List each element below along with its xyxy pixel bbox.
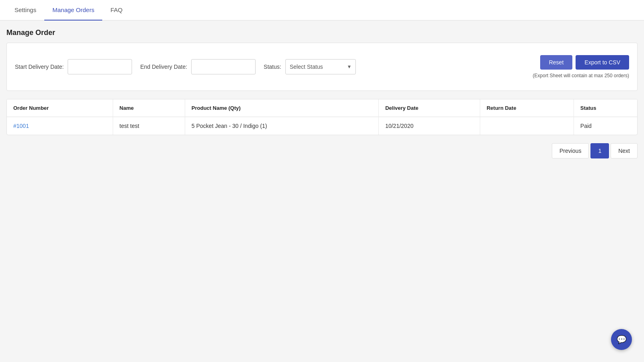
- tab-bar: Settings Manage Orders FAQ: [0, 0, 644, 21]
- start-date-group: Start Delivery Date:: [15, 59, 132, 74]
- page-title: Manage Order: [6, 29, 638, 37]
- cell-status: Paid: [574, 117, 637, 135]
- status-group: Status: Select Status Paid Pending Cance…: [264, 59, 356, 74]
- filter-actions: Reset Export to CSV (Export Sheet will c…: [533, 55, 629, 78]
- order-number-link[interactable]: #1001: [13, 123, 29, 129]
- tab-manage-orders[interactable]: Manage Orders: [44, 0, 102, 21]
- tab-faq[interactable]: FAQ: [102, 0, 130, 21]
- tab-settings[interactable]: Settings: [6, 0, 44, 21]
- end-date-input[interactable]: [191, 59, 256, 74]
- page-1-button[interactable]: 1: [590, 143, 609, 158]
- reset-button[interactable]: Reset: [540, 55, 573, 70]
- chat-button[interactable]: 💬: [611, 329, 632, 350]
- status-select-wrapper: Select Status Paid Pending Cancelled ▼: [285, 59, 356, 74]
- status-select[interactable]: Select Status Paid Pending Cancelled: [285, 59, 356, 74]
- previous-button[interactable]: Previous: [552, 143, 589, 158]
- export-csv-button[interactable]: Export to CSV: [576, 55, 629, 70]
- cell-return-date: [480, 117, 574, 135]
- orders-table-container: Order Number Name Product Name (Qty) Del…: [6, 99, 638, 135]
- col-delivery-date: Delivery Date: [379, 99, 480, 117]
- cell-order-number: #1001: [7, 117, 113, 135]
- table-body: #1001test test5 Pocket Jean - 30 / Indig…: [7, 117, 637, 135]
- next-button[interactable]: Next: [611, 143, 638, 158]
- start-date-input[interactable]: [68, 59, 132, 74]
- end-date-label: End Delivery Date:: [140, 64, 187, 70]
- end-date-group: End Delivery Date:: [140, 59, 256, 74]
- orders-table: Order Number Name Product Name (Qty) Del…: [7, 99, 637, 135]
- col-order-number: Order Number: [7, 99, 113, 117]
- cell-name: test test: [113, 117, 185, 135]
- filter-row: Start Delivery Date: End Delivery Date: …: [15, 55, 629, 78]
- col-return-date: Return Date: [480, 99, 574, 117]
- cell-delivery-date: 10/21/2020: [379, 117, 480, 135]
- col-name: Name: [113, 99, 185, 117]
- table-row: #1001test test5 Pocket Jean - 30 / Indig…: [7, 117, 637, 135]
- table-header: Order Number Name Product Name (Qty) Del…: [7, 99, 637, 117]
- col-status: Status: [574, 99, 637, 117]
- page-content: Manage Order Start Delivery Date: End De…: [0, 21, 644, 175]
- cell-product-name: 5 Pocket Jean - 30 / Indigo (1): [185, 117, 378, 135]
- status-label: Status:: [264, 64, 281, 70]
- start-date-label: Start Delivery Date:: [15, 64, 64, 70]
- filter-buttons: Reset Export to CSV: [540, 55, 629, 70]
- header-row: Order Number Name Product Name (Qty) Del…: [7, 99, 637, 117]
- pagination: Previous 1 Next: [6, 135, 638, 167]
- filter-panel: Start Delivery Date: End Delivery Date: …: [6, 43, 638, 91]
- col-product-name: Product Name (Qty): [185, 99, 378, 117]
- export-note: (Export Sheet will contain at max 250 or…: [533, 73, 629, 78]
- chat-icon: 💬: [617, 335, 627, 344]
